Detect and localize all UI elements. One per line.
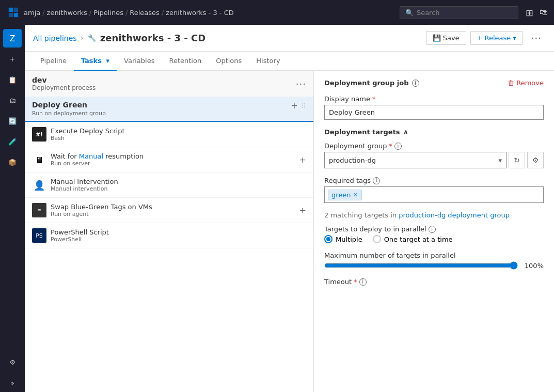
all-pipelines-link[interactable]: All pipelines: [33, 34, 77, 42]
main-layout: Z + 📋 🗂 🔄 🧪 📦 ⚙ » All pipelines: [0, 25, 554, 392]
remove-button[interactable]: 🗑 Remove: [508, 79, 544, 87]
more-options-button[interactable]: ···: [527, 30, 546, 46]
tab-retention[interactable]: Retention: [162, 52, 209, 71]
swap-add-icon[interactable]: +: [299, 206, 306, 215]
max-targets-field: Maximum number of targets in parallel 10…: [324, 252, 544, 270]
deployment-targets-section: Deployment targets ∧: [324, 128, 544, 136]
task-item-manual-intervention[interactable]: 👤 Manual Intervention Manual interventio…: [25, 173, 313, 198]
required-tags-field: Required tags i green ×: [324, 177, 544, 203]
settings-icon: ⚙: [9, 358, 15, 366]
display-name-field: Display name *: [324, 95, 544, 120]
cart-icon[interactable]: 🛍: [540, 7, 548, 18]
deployment-group-select-wrapper[interactable]: production-dg staging-dg dev-dg ▾: [324, 152, 506, 168]
targets-parallel-field: Targets to deploy to in parallel i Multi…: [324, 225, 544, 243]
page-title: zenithworks - 3 - CD: [100, 33, 205, 43]
refresh-button[interactable]: ↻: [509, 152, 525, 168]
ps-icon: PS: [32, 228, 46, 243]
tags-input-field[interactable]: green ×: [324, 186, 544, 203]
tab-options[interactable]: Options: [209, 52, 249, 71]
topbar-icons: ⊞ 🛍: [526, 7, 548, 18]
stage-name: dev: [32, 76, 96, 84]
tab-bar: Pipeline Tasks ▾ Variables Retention Opt…: [25, 52, 554, 71]
breadcrumb-pipelines[interactable]: Pipelines: [93, 9, 123, 17]
stage-header: dev Deployment process ···: [25, 71, 313, 97]
tasks-chevron-icon: ▾: [106, 57, 110, 65]
task-item-wait-manual[interactable]: 🖥 Wait for Manual resumption Run on serv…: [25, 147, 313, 173]
page-actions: 💾 Save + Release ▾ ···: [426, 30, 546, 46]
radio-group: Multiple One target at a time: [324, 235, 544, 243]
task-item-powershell[interactable]: PS PowerShell Script PowerShell: [25, 223, 313, 248]
slider-row: 100%: [324, 261, 544, 270]
radio-multiple[interactable]: Multiple: [324, 235, 362, 243]
sidebar-icon-artifacts[interactable]: 📦: [3, 153, 22, 171]
sidebar-icon-pipelines[interactable]: 🔄: [3, 112, 22, 130]
artifacts-icon: 📦: [8, 159, 17, 166]
sidebar-icon-home[interactable]: Z: [3, 29, 22, 48]
sidebar-icon-boards[interactable]: 📋: [3, 70, 22, 89]
deploy-green-add-icon[interactable]: +: [291, 101, 297, 111]
expand-icon: »: [10, 379, 14, 387]
sidebar-icon-settings[interactable]: ⚙: [3, 353, 22, 371]
release-button[interactable]: + Release ▾: [470, 31, 523, 45]
title-info-icon[interactable]: i: [412, 80, 419, 87]
task-wait-subtitle: Run on server: [51, 160, 295, 167]
slider-value: 100%: [523, 262, 544, 270]
matching-link[interactable]: production-dg deployment group: [399, 211, 510, 219]
pipeline-icon: 🔧: [88, 34, 96, 42]
tab-pipeline[interactable]: Pipeline: [33, 52, 74, 71]
task-manual-subtitle: Manual intervention: [51, 185, 306, 192]
search-icon: 🔍: [405, 9, 414, 17]
breadcrumb-zenithworks[interactable]: zenithworks: [47, 9, 87, 17]
search-input[interactable]: [417, 9, 513, 17]
task-execute-name: Execute Deploy Script: [51, 127, 306, 135]
tag-remove-icon[interactable]: ×: [353, 191, 358, 198]
task-item-swap-blue-green[interactable]: ≡ Swap Blue-Green Tags on VMs Run on age…: [25, 198, 313, 223]
breadcrumb-pipeline-name[interactable]: zenithworks - 3 - CD: [166, 9, 234, 17]
test-icon: 🧪: [8, 138, 17, 146]
save-button[interactable]: 💾 Save: [426, 31, 466, 45]
sidebar-icon-repos[interactable]: 🗂: [3, 91, 22, 109]
required-tags-info-icon[interactable]: i: [373, 177, 380, 184]
settings-button[interactable]: ⚙: [527, 152, 544, 168]
sidebar-icon-plus[interactable]: +: [3, 50, 22, 68]
search-box[interactable]: 🔍: [400, 6, 518, 19]
breadcrumb-releases[interactable]: Releases: [130, 9, 160, 17]
chevron-down-icon: ▾: [513, 34, 516, 42]
task-ps-subtitle: PowerShell: [51, 236, 306, 243]
targets-parallel-info-icon[interactable]: i: [429, 226, 436, 233]
timeout-field: Timeout * i: [324, 278, 544, 286]
repos-icon: 🗂: [9, 97, 16, 104]
breadcrumb-amja[interactable]: amja: [24, 9, 40, 17]
deploy-green-drag-icon: ⠿: [301, 102, 306, 110]
deployment-group-info-icon[interactable]: i: [394, 143, 402, 150]
grid-icon[interactable]: ⊞: [526, 7, 533, 18]
svg-rect-3: [14, 13, 18, 17]
topbar-breadcrumb: amja / zenithworks / Pipelines / Release…: [24, 9, 397, 17]
deploy-green-title: Deploy Green: [32, 101, 291, 109]
svg-rect-1: [14, 8, 18, 12]
pipelines-icon: 🔄: [8, 117, 17, 125]
task-item-execute-deploy[interactable]: #! Execute Deploy Script Bash: [25, 122, 313, 147]
tab-history[interactable]: History: [249, 52, 287, 71]
tab-tasks[interactable]: Tasks ▾: [74, 52, 117, 71]
timeout-info-icon[interactable]: i: [359, 278, 367, 286]
left-panel: dev Deployment process ··· Deploy Green …: [25, 71, 314, 392]
task-swap-name: Swap Blue-Green Tags on VMs: [51, 203, 295, 211]
app-logo[interactable]: [6, 5, 21, 20]
svg-rect-2: [9, 13, 13, 17]
targets-slider[interactable]: [324, 261, 518, 270]
deployment-group-select[interactable]: production-dg staging-dg dev-dg: [329, 156, 502, 164]
wait-add-icon[interactable]: +: [299, 155, 306, 165]
radio-one-at-a-time[interactable]: One target at a time: [373, 235, 453, 243]
tab-variables[interactable]: Variables: [117, 52, 162, 71]
matching-info: 2 matching targets in production-dg depl…: [324, 211, 544, 219]
sidebar-icon-expand[interactable]: »: [3, 373, 22, 392]
person-icon: 👤: [32, 178, 46, 192]
task-execute-subtitle: Bash: [51, 135, 306, 142]
sidebar-icon-test[interactable]: 🧪: [3, 132, 22, 151]
right-panel-title: Deployment group job i: [324, 79, 419, 87]
task-item-deploy-green[interactable]: Deploy Green Run on deployment group + ⠿: [25, 97, 313, 122]
targets-collapse-icon[interactable]: ∧: [403, 128, 409, 136]
display-name-input[interactable]: [324, 105, 544, 120]
stage-more-button[interactable]: ···: [296, 79, 306, 89]
